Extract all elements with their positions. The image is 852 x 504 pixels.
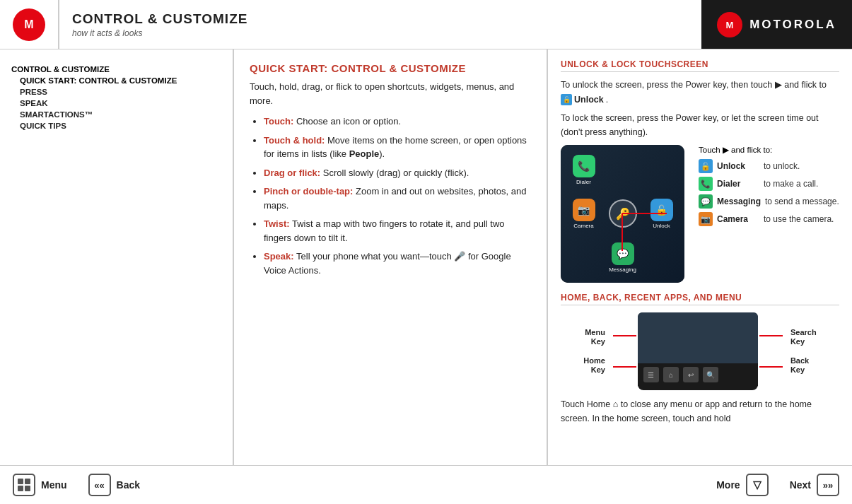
app-icon-messaging: 💬 Messaging <box>604 236 641 279</box>
back-key-text: BackKey <box>790 356 809 374</box>
middle-section-title: QUICK START: CONTROL & CUSTOMIZE <box>250 62 531 74</box>
unlock-para2: To lock the screen, press the Power key,… <box>561 111 839 139</box>
menu-key-text: MenuKey <box>585 328 605 346</box>
next-label: Next <box>790 479 811 491</box>
back-button[interactable]: «« Back <box>88 474 140 496</box>
search-key-text: SearchKey <box>790 328 817 346</box>
search-key-btn[interactable]: 🔍 <box>703 367 718 382</box>
legend-row-messaging: 💬 Messaging to send a message. <box>699 194 839 209</box>
bullet-label-6: Speak: <box>264 251 294 262</box>
brand-area: M MOTOROLA <box>701 0 852 49</box>
legend-desc-camera: to use the camera. <box>764 214 834 224</box>
home-back-title: HOME, BACK, RECENT APPS, AND MENU <box>561 293 839 305</box>
nav-labels-left: MenuKey HomeKey <box>583 328 605 375</box>
nav-labels-right: SearchKey BackKey <box>790 328 817 375</box>
footer-left: Menu «« Back <box>13 474 140 496</box>
home-back-text: Touch Home ⌂ to close any menu or app an… <box>561 397 839 426</box>
app-icon-unlock: 🔓 Unlock <box>643 193 680 235</box>
bullet-text-5: Twist a map with two fingers to rotate i… <box>264 218 505 243</box>
page-subtitle: how it acts & looks <box>72 28 701 38</box>
bullet-text-3: Scroll slowly (drag) or quickly (flick). <box>323 168 469 178</box>
back-icon: «« <box>88 474 111 496</box>
phone-diagram-area: 📞 Dialer 📷 Camera 🔑 🔓 Unl <box>561 145 839 283</box>
main-layout: CONTROL & CUSTOMIZE QUICK START: CONTROL… <box>0 49 852 465</box>
header-logo-area: M <box>0 0 59 49</box>
nav-phone-bar: ☰ ⌂ ↩ 🔍 <box>638 312 758 390</box>
brand-m-icon: M <box>717 12 742 37</box>
nav-left-lines <box>609 323 638 380</box>
phone-screen: 📞 Dialer 📷 Camera 🔑 🔓 Unl <box>561 145 684 283</box>
legend-row-dialer: 📞 Dialer to make a call. <box>699 177 839 191</box>
footer: Menu «« Back More ▽ Next »» <box>0 465 852 504</box>
more-icon: ▽ <box>746 474 769 496</box>
home-key-btn[interactable]: ⌂ <box>663 367 679 382</box>
menu-key-btn[interactable]: ☰ <box>643 367 659 382</box>
phone-nav-diagram: MenuKey HomeKey ☰ <box>561 312 839 390</box>
legend-icon-camera: 📷 <box>699 212 713 226</box>
legend-icon-messaging: 💬 <box>699 194 713 209</box>
legend-icon-dialer: 📞 <box>699 177 713 191</box>
bullet-text-6: Tell your phone what you want—touch 🎤 fo… <box>264 251 511 276</box>
svg-text:M: M <box>24 18 33 30</box>
legend-area: Touch ▶ and flick to: 🔓 Unlock to unlock… <box>699 145 839 230</box>
middle-section: QUICK START: CONTROL & CUSTOMIZE Touch, … <box>234 49 547 465</box>
back-key-btn[interactable]: ↩ <box>683 367 699 382</box>
sidebar-item-quick-tips[interactable]: QUICK TIPS <box>7 120 226 131</box>
back-key-label: BackKey <box>790 356 809 375</box>
home-back-section: HOME, BACK, RECENT APPS, AND MENU MenuKe… <box>561 293 839 426</box>
home-key-text: HomeKey <box>583 356 605 374</box>
legend-label-camera: Camera <box>717 214 759 224</box>
more-button[interactable]: More ▽ <box>716 474 768 496</box>
legend-row-unlock: 🔓 Unlock to unlock. <box>699 159 839 173</box>
menu-label: Menu <box>41 479 67 491</box>
sidebar-item-smartactions[interactable]: SMARTACTIONS™ <box>7 109 226 120</box>
legend: 🔓 Unlock to unlock. 📞 Dialer to make a c… <box>699 159 839 226</box>
nav-keys-row: ☰ ⌂ ↩ 🔍 <box>643 367 718 382</box>
footer-right: More ▽ Next »» <box>716 474 839 496</box>
sidebar-item-speak[interactable]: SPEAK <box>7 98 226 109</box>
legend-label-messaging: Messaging <box>717 197 761 206</box>
right-section: UNLOCK & LOCK TOUCHSCREEN To unlock the … <box>548 49 852 465</box>
phone-screen-inner: 📞 Dialer 📷 Camera 🔑 🔓 Unl <box>561 145 684 283</box>
home-key-label: HomeKey <box>583 356 605 375</box>
motorola-logo: M <box>13 8 45 41</box>
unlock-word: Unlock <box>574 93 604 107</box>
bullet-label-3: Drag or flick: <box>264 168 320 178</box>
list-item: Pinch or double-tap: Zoom in and out on … <box>264 184 531 212</box>
legend-desc-unlock: to unlock. <box>764 161 800 171</box>
menu-button[interactable]: Menu <box>13 474 67 496</box>
sidebar: CONTROL & CUSTOMIZE QUICK START: CONTROL… <box>0 49 233 465</box>
legend-label-dialer: Dialer <box>717 179 759 189</box>
back-label: Back <box>117 479 140 491</box>
list-item: Twist: Twist a map with two fingers to r… <box>264 217 531 245</box>
nav-bar-buttons: ☰ ⌂ ↩ 🔍 <box>638 363 758 386</box>
next-button[interactable]: Next »» <box>790 474 839 496</box>
svg-text:M: M <box>726 20 734 30</box>
list-item: Touch: Choose an icon or option. <box>264 115 531 129</box>
app-icon-dialer: 📞 Dialer <box>565 149 602 192</box>
legend-desc-dialer: to make a call. <box>764 179 818 189</box>
bullet-label-2: Touch & hold: <box>264 135 325 146</box>
next-icon: »» <box>817 474 839 496</box>
app-icon-camera: 📷 Camera <box>565 193 602 235</box>
legend-row-camera: 📷 Camera to use the camera. <box>699 212 839 226</box>
menu-icon <box>13 474 35 496</box>
list-item: Touch & hold: Move items on the home scr… <box>264 134 531 161</box>
more-label: More <box>716 479 740 491</box>
bullet-label-5: Twist: <box>264 218 290 229</box>
brand-name: MOTOROLA <box>749 18 836 32</box>
unlock-para1: To unlock the screen, press the Power ke… <box>561 78 839 107</box>
bullet-label-1: Touch: <box>264 116 293 127</box>
menu-key-label: MenuKey <box>585 328 605 346</box>
sidebar-item-control-customize[interactable]: CONTROL & CUSTOMIZE <box>7 64 226 75</box>
page-title: CONTROL & CUSTOMIZE <box>72 11 701 27</box>
search-key-label: SearchKey <box>790 328 817 346</box>
bullet-text-1: Choose an icon or option. <box>296 116 401 127</box>
legend-label-unlock: Unlock <box>717 161 759 171</box>
unlock-section-title: UNLOCK & LOCK TOUCHSCREEN <box>561 59 839 72</box>
legend-icon-unlock: 🔓 <box>699 159 713 173</box>
brand-logo: M MOTOROLA <box>717 12 836 37</box>
sidebar-item-quick-start[interactable]: QUICK START: CONTROL & CUSTOMIZE <box>7 75 226 86</box>
sidebar-item-press[interactable]: PRESS <box>7 86 226 98</box>
bullet-label-4: Pinch or double-tap: <box>264 186 353 197</box>
